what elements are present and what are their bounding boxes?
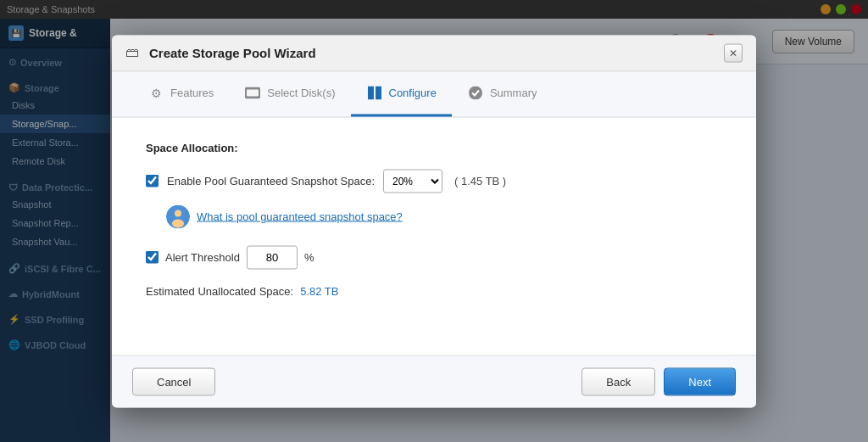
next-button[interactable]: Next (664, 367, 736, 395)
space-allocation-title: Space Allocation: (146, 141, 722, 154)
wizard-step-configure[interactable]: Configure (351, 71, 452, 116)
configure-step-label: Configure (389, 87, 437, 99)
svg-point-7 (172, 219, 184, 227)
enable-snapshot-label: Enable Pool Guaranteed Snapshot Space: (167, 175, 375, 187)
select-disks-step-label: Select Disk(s) (267, 87, 335, 99)
snapshot-size-value: ( 1.45 TB ) (454, 175, 506, 187)
dialog-close-button[interactable]: ✕ (724, 43, 743, 62)
create-storage-pool-dialog: 🗃 Create Storage Pool Wizard ✕ ⚙ Feature… (112, 35, 756, 407)
wizard-step-features[interactable]: ⚙ Features (132, 71, 229, 116)
dialog-footer: Cancel Back Next (112, 355, 756, 407)
dialog-titlebar: 🗃 Create Storage Pool Wizard ✕ (112, 35, 756, 71)
svg-point-4 (469, 86, 482, 99)
back-button[interactable]: Back (581, 367, 655, 395)
wizard-steps: ⚙ Features Select Disk(s) (112, 71, 756, 117)
app-window: Storage & Snapshots 💾 Storage & ⊙ Overvi… (0, 0, 868, 442)
dialog-title: Create Storage Pool Wizard (149, 46, 717, 60)
enable-snapshot-row: Enable Pool Guaranteed Snapshot Space: 2… (146, 169, 722, 193)
dialog-title-icon: 🗃 (125, 44, 142, 61)
select-disks-step-icon (244, 84, 261, 101)
svg-rect-2 (368, 86, 374, 99)
alert-threshold-row: Alert Threshold 80 % (146, 245, 722, 269)
features-step-label: Features (170, 87, 214, 99)
alert-threshold-unit: % (304, 251, 314, 264)
snapshot-percentage-select[interactable]: 20% 10% 15% 25% 30% (383, 169, 442, 193)
cancel-button[interactable]: Cancel (132, 367, 215, 395)
help-avatar-icon (166, 204, 190, 228)
wizard-step-select-disks[interactable]: Select Disk(s) (229, 71, 350, 116)
features-step-icon: ⚙ (147, 84, 164, 101)
footer-right-buttons: Back Next (581, 367, 736, 395)
estimated-space-label: Estimated Unallocated Space: (146, 284, 293, 297)
svg-rect-1 (247, 89, 259, 96)
configure-step-icon (366, 84, 383, 101)
svg-point-6 (175, 210, 181, 216)
alert-threshold-checkbox[interactable] (146, 251, 159, 264)
dialog-content: Space Allocation: Enable Pool Guaranteed… (112, 117, 756, 355)
enable-snapshot-checkbox[interactable] (146, 175, 159, 187)
help-link-row: What is pool guaranteed snapshot space? (166, 204, 722, 228)
estimated-space-value: 5.82 TB (300, 284, 338, 297)
wizard-step-summary[interactable]: Summary (452, 71, 553, 116)
svg-rect-3 (376, 86, 381, 99)
estimated-space-row: Estimated Unallocated Space: 5.82 TB (146, 284, 722, 297)
footer-left-buttons: Cancel (132, 367, 215, 395)
summary-step-label: Summary (490, 87, 537, 99)
alert-threshold-input[interactable]: 80 (247, 245, 298, 269)
summary-step-icon (467, 84, 484, 101)
help-link[interactable]: What is pool guaranteed snapshot space? (197, 210, 403, 223)
alert-threshold-label: Alert Threshold (165, 251, 240, 264)
